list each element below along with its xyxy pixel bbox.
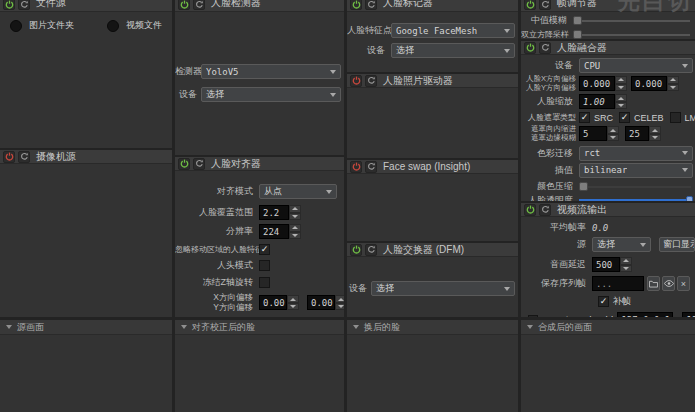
spin-up-icon[interactable] bbox=[667, 76, 679, 84]
detector-dropdown[interactable]: YoloV5 bbox=[201, 64, 341, 79]
face-opacity-slider[interactable] bbox=[579, 194, 693, 202]
y-offset-label: Y方向偏移 bbox=[175, 303, 253, 313]
reset-icon[interactable] bbox=[539, 0, 551, 10]
mask-lmrks-checkbox[interactable] bbox=[670, 112, 681, 123]
device-dropdown[interactable]: 选择 bbox=[201, 87, 341, 102]
spin-down-icon[interactable] bbox=[615, 84, 627, 92]
slider-handle[interactable] bbox=[686, 196, 693, 202]
power-off-icon[interactable] bbox=[3, 151, 15, 163]
viewer-titlebar[interactable]: 对齐校正后的脸 bbox=[175, 320, 344, 335]
slider-handle[interactable] bbox=[579, 182, 588, 191]
save-sequence-path-field[interactable]: ... bbox=[592, 276, 644, 291]
viewer-titlebar[interactable]: 合成后的画面 bbox=[521, 320, 695, 335]
device-dropdown[interactable]: CPU bbox=[579, 58, 693, 73]
reset-icon[interactable] bbox=[365, 0, 377, 10]
spin-down-icon[interactable] bbox=[615, 102, 627, 110]
face-scale-spinbox[interactable]: 1.00 bbox=[579, 94, 627, 109]
spin-up-icon[interactable] bbox=[335, 295, 344, 303]
spin-down-icon[interactable] bbox=[620, 265, 632, 273]
reset-icon[interactable] bbox=[18, 151, 30, 163]
device-dropdown[interactable]: 选择 bbox=[371, 281, 515, 296]
viewer-titlebar[interactable]: 换后的脸 bbox=[347, 320, 518, 335]
spin-down-icon[interactable] bbox=[649, 134, 661, 142]
power-on-icon[interactable] bbox=[178, 158, 190, 170]
power-on-icon[interactable] bbox=[3, 0, 15, 10]
spin-down-icon[interactable] bbox=[289, 232, 301, 240]
interpolation-dropdown[interactable]: bilinear bbox=[579, 163, 693, 178]
x-offset-value: 0.00 bbox=[259, 295, 287, 310]
spin-up-icon[interactable] bbox=[287, 295, 299, 303]
power-off-icon[interactable] bbox=[350, 161, 362, 173]
face-y-offset-spinbox[interactable]: 0.000 bbox=[631, 76, 679, 91]
folder-icon[interactable] bbox=[647, 276, 660, 291]
freeze-z-rotation-checkbox[interactable] bbox=[259, 277, 270, 288]
spin-down-icon[interactable] bbox=[287, 303, 299, 311]
udp-port-spinbox[interactable]: 1234 bbox=[682, 312, 695, 317]
spin-up-icon[interactable] bbox=[289, 205, 301, 213]
align-mode-dropdown[interactable]: 从点 bbox=[259, 184, 337, 199]
source-dropdown[interactable]: 选择 bbox=[592, 237, 651, 252]
spin-up-icon[interactable] bbox=[615, 94, 627, 102]
power-off-icon[interactable] bbox=[350, 75, 362, 87]
reset-icon[interactable] bbox=[539, 204, 551, 216]
exclude-moving-checkbox[interactable]: ✓ bbox=[259, 244, 270, 255]
reset-icon[interactable] bbox=[365, 161, 377, 173]
spin-up-icon[interactable] bbox=[649, 126, 661, 134]
chevron-down-icon bbox=[330, 93, 336, 97]
spin-down-icon[interactable] bbox=[335, 303, 344, 311]
collapse-arrow-icon[interactable] bbox=[353, 325, 359, 329]
reset-icon[interactable] bbox=[193, 0, 205, 10]
frame-fill-checkbox[interactable]: ✓ bbox=[598, 296, 609, 307]
spin-down-icon[interactable] bbox=[289, 213, 301, 221]
y-offset-spinbox[interactable]: 0.00 bbox=[307, 295, 344, 310]
av-delay-spinbox[interactable]: 500 bbox=[592, 257, 632, 272]
close-icon[interactable]: × bbox=[677, 276, 690, 291]
x-offset-spinbox[interactable]: 0.00 bbox=[259, 295, 299, 310]
spin-down-icon[interactable] bbox=[607, 134, 619, 142]
device-dropdown[interactable]: 选择 bbox=[391, 43, 515, 58]
eye-icon[interactable] bbox=[662, 276, 675, 291]
face-x-offset-spinbox[interactable]: 0.000 bbox=[579, 76, 627, 91]
color-transfer-dropdown[interactable]: rct bbox=[579, 146, 693, 161]
resolution-spinbox[interactable]: 224 bbox=[259, 224, 301, 239]
landmarks-dropdown[interactable]: Google FaceMesh bbox=[391, 23, 515, 38]
power-on-icon[interactable] bbox=[524, 0, 536, 10]
show-window-button[interactable]: 窗口显示 bbox=[659, 237, 695, 252]
spin-down-icon[interactable] bbox=[667, 84, 679, 92]
bicubic-degrade-slider[interactable] bbox=[573, 28, 692, 39]
reset-icon[interactable] bbox=[18, 0, 30, 10]
power-on-icon[interactable] bbox=[350, 0, 362, 10]
reset-icon[interactable] bbox=[193, 158, 205, 170]
viewer-merged-frame: 合成后的画面 bbox=[521, 320, 695, 412]
spin-up-icon[interactable] bbox=[289, 224, 301, 232]
reset-icon[interactable] bbox=[539, 42, 551, 54]
slider-handle[interactable] bbox=[573, 30, 582, 39]
collapse-arrow-icon[interactable] bbox=[6, 325, 12, 329]
reset-icon[interactable] bbox=[365, 75, 377, 87]
panel-face-aligner: 人脸对齐器 对齐模式 从点 人脸覆盖范围 2.2 分辨率 224 忽略移动区域的… bbox=[175, 157, 344, 317]
power-on-icon[interactable] bbox=[350, 244, 362, 256]
slider-handle[interactable] bbox=[573, 16, 582, 25]
video-file-radio[interactable] bbox=[107, 20, 119, 32]
reset-icon[interactable] bbox=[365, 244, 377, 256]
av-delay-label: 音画延迟 bbox=[521, 258, 592, 271]
spin-up-icon[interactable] bbox=[615, 76, 627, 84]
coverage-spinbox[interactable]: 2.2 bbox=[259, 205, 301, 220]
image-folder-radio[interactable] bbox=[10, 20, 22, 32]
spin-up-icon[interactable] bbox=[620, 257, 632, 265]
udp-ip-field[interactable]: 127.0.0.1 bbox=[617, 312, 673, 317]
mpegts-checkbox[interactable] bbox=[528, 315, 538, 318]
mask-blur-spinbox[interactable]: 25 bbox=[625, 126, 661, 141]
viewer-titlebar[interactable]: 源画面 bbox=[0, 320, 172, 335]
collapse-arrow-icon[interactable] bbox=[527, 325, 533, 329]
color-compression-slider[interactable] bbox=[579, 180, 693, 193]
power-on-icon[interactable] bbox=[524, 204, 536, 216]
head-mode-checkbox[interactable] bbox=[259, 260, 270, 271]
mask-src-checkbox[interactable]: ✓ bbox=[579, 112, 590, 123]
mask-erode-spinbox[interactable]: 5 bbox=[579, 126, 619, 141]
power-on-icon[interactable] bbox=[178, 0, 190, 10]
collapse-arrow-icon[interactable] bbox=[181, 325, 187, 329]
mask-celeb-checkbox[interactable]: ✓ bbox=[619, 112, 630, 123]
spin-up-icon[interactable] bbox=[607, 126, 619, 134]
power-on-icon[interactable] bbox=[524, 42, 536, 54]
